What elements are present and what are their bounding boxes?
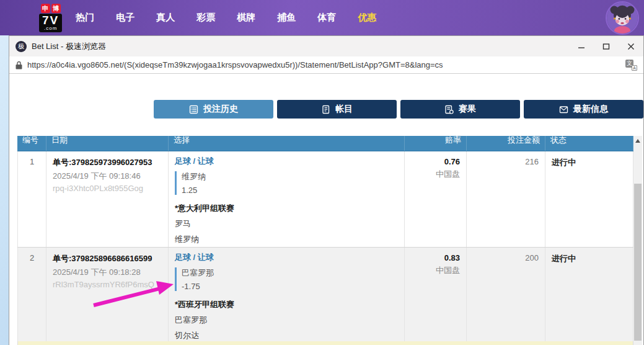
- tab-label: 投注历史: [203, 104, 238, 115]
- table-row: 1 单号:379825973996027953 2025/4/19 下午 09:…: [17, 151, 633, 248]
- table-header: 编号 日期 选择 赔率 投注金额 状态: [17, 136, 633, 151]
- nav-item-fishing[interactable]: 捕鱼: [277, 12, 296, 24]
- nav-item-live[interactable]: 真人: [156, 12, 175, 24]
- odds-value: 0.76: [411, 157, 460, 166]
- bet-id: 单号:379825896686616599: [53, 253, 162, 264]
- col-header-selection: 选择: [169, 136, 405, 151]
- maximize-button[interactable]: [594, 36, 619, 56]
- col-header-amount: 投注金额: [467, 136, 545, 151]
- tab-bet-history[interactable]: 投注历史: [154, 100, 273, 119]
- site-logo[interactable]: 申 博 7V .com: [39, 4, 62, 32]
- cell-date: 单号:379825973996027953 2025/4/19 下午 09:18…: [46, 151, 169, 247]
- league-name: *西班牙甲组联赛: [175, 299, 398, 310]
- bet-ref-code: rRl3mT9ayssrmYR6fP6msQ: [53, 280, 162, 289]
- window-title: Bet List - 极速浏览器: [32, 41, 106, 52]
- selection-block: 维罗纳 1.25: [175, 171, 398, 195]
- market-link[interactable]: 足球 / 让球: [175, 252, 398, 263]
- lock-icon: [15, 61, 22, 69]
- bet-time: 2025/4/19 下午 09:18:46: [53, 171, 162, 182]
- browser-window: 极 Bet List - 极速浏览器 https://a0c4ia.vgo860…: [9, 35, 644, 345]
- url-text[interactable]: https://a0c4ia.vgo8605.net/(S(xideqseTm3…: [27, 60, 625, 69]
- logo-suffix-text: .com: [42, 26, 59, 31]
- section-tabs: 投注历史 帐目: [154, 100, 643, 119]
- league-name: *意大利甲组联赛: [175, 203, 398, 214]
- cell-row-number: 1: [17, 151, 46, 247]
- avatar-illustration: [607, 2, 638, 34]
- ledger-icon: [321, 105, 330, 114]
- selection-block: 巴塞罗那 -1.75: [175, 267, 398, 291]
- tab-label: 赛果: [459, 104, 476, 115]
- tab-statement[interactable]: 帐目: [277, 100, 397, 119]
- bet-ref-code: rpq-i3Xhtc0PLx8t955Gog: [53, 184, 162, 193]
- cell-selection: 足球 / 让球 维罗纳 1.25 *意大利甲组联赛 罗马 维罗纳 2025年04…: [169, 151, 405, 247]
- maximize-icon: [602, 43, 610, 50]
- logo-box: 7V .com: [39, 14, 62, 32]
- odds-type: 中国盘: [411, 265, 460, 276]
- scroll-up-button[interactable]: [633, 136, 642, 146]
- table-row: 2 单号:379825896686616599 2025/4/19 下午 09:…: [17, 248, 633, 341]
- minimize-icon: [578, 43, 585, 50]
- nav-item-promo[interactable]: 优惠: [358, 12, 376, 24]
- home-team: 巴塞罗那: [175, 315, 398, 326]
- cell-date: 单号:379825896686616599 2025/4/19 下午 09:18…: [46, 248, 169, 341]
- minimize-button[interactable]: [569, 36, 594, 56]
- away-team: 切尔达: [175, 330, 398, 341]
- next-row-peek: [17, 341, 633, 345]
- nav-item-lottery[interactable]: 彩票: [196, 12, 215, 24]
- desktop-background: 申 博 7V .com 热门 电子 真人 彩票 棋牌 捕鱼 体育 优惠: [0, 0, 644, 345]
- logo-badge-left: 申: [41, 4, 50, 13]
- cell-amount: 216: [467, 151, 545, 247]
- selection-line: -1.75: [182, 282, 398, 291]
- col-header-no: 编号: [17, 136, 46, 151]
- page-content: 投注历史 帐目: [9, 74, 643, 345]
- bet-history-icon: [189, 105, 198, 114]
- cell-status: 进行中: [545, 248, 633, 341]
- away-team: 维罗纳: [175, 234, 398, 245]
- cell-selection: 足球 / 让球 巴塞罗那 -1.75 *西班牙甲组联赛 巴塞罗那 切尔达 202…: [169, 248, 405, 341]
- cell-row-number: 2: [17, 248, 46, 341]
- nav-item-slots[interactable]: 电子: [116, 12, 135, 24]
- scrollbar-thumb[interactable]: [634, 184, 642, 341]
- home-team: 罗马: [175, 218, 398, 230]
- tab-label: 帐目: [335, 104, 353, 115]
- market-link[interactable]: 足球 / 让球: [175, 156, 398, 167]
- tab-latest-news[interactable]: 最新信息: [524, 100, 643, 119]
- selection-line: 1.25: [182, 186, 398, 195]
- user-avatar[interactable]: [606, 1, 639, 35]
- col-header-odds: 赔率: [405, 136, 467, 151]
- tab-results[interactable]: 赛果: [400, 100, 520, 119]
- window-controls: [569, 36, 643, 56]
- bet-time: 2025/4/19 下午 09:18:28: [53, 267, 162, 278]
- scroll-up-icon: [635, 139, 640, 143]
- tab-label: 最新信息: [573, 104, 608, 115]
- bet-list-table: 编号 日期 选择 赔率 投注金额 状态 1 单号:379825973996027…: [17, 136, 633, 345]
- col-header-date: 日期: [46, 136, 169, 151]
- results-icon: [444, 105, 454, 114]
- browser-app-icon: 极: [15, 41, 27, 52]
- vertical-scrollbar[interactable]: [633, 136, 642, 345]
- logo-main-text: 7V: [42, 14, 59, 26]
- cell-odds: 0.76 中国盘: [405, 151, 467, 247]
- site-nav-links: 热门 电子 真人 彩票 棋牌 捕鱼 体育 优惠: [76, 12, 398, 24]
- address-bar[interactable]: https://a0c4ia.vgo8605.net/(S(xideqseTm3…: [9, 56, 643, 74]
- nav-item-sports[interactable]: 体育: [317, 12, 336, 24]
- cell-status: 进行中: [545, 151, 633, 247]
- logo-badges: 申 博: [41, 4, 61, 13]
- mail-icon: [559, 105, 568, 114]
- nav-item-cards[interactable]: 棋牌: [237, 12, 255, 24]
- selection-pick: 巴塞罗那: [182, 267, 398, 279]
- col-header-status: 状态: [545, 136, 633, 151]
- logo-badge-right: 博: [51, 4, 61, 13]
- selection-pick: 维罗纳: [182, 171, 398, 182]
- site-navbar: 申 博 7V .com 热门 电子 真人 彩票 棋牌 捕鱼 体育 优惠: [0, 0, 644, 35]
- close-button[interactable]: [619, 36, 643, 56]
- cell-odds: 0.83 中国盘: [405, 248, 467, 341]
- translate-icon[interactable]: 文 A: [625, 60, 637, 71]
- bet-id: 单号:379825973996027953: [53, 157, 162, 168]
- nav-item-hot[interactable]: 热门: [76, 12, 94, 24]
- odds-value: 0.83: [411, 253, 460, 262]
- window-titlebar: 极 Bet List - 极速浏览器: [9, 36, 643, 56]
- close-icon: [627, 43, 635, 50]
- odds-type: 中国盘: [411, 169, 460, 180]
- cell-amount: 200: [467, 248, 545, 341]
